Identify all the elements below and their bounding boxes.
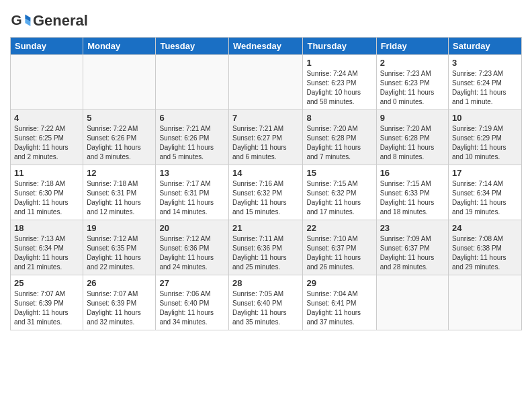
calendar-cell: 12Sunrise: 7:18 AMSunset: 6:31 PMDayligh… <box>83 165 156 220</box>
day-number: 5 <box>87 113 152 123</box>
day-number: 3 <box>452 58 518 68</box>
calendar-cell: 27Sunrise: 7:06 AMSunset: 6:40 PMDayligh… <box>156 275 229 330</box>
calendar: SundayMondayTuesdayWednesdayThursdayFrid… <box>10 37 522 330</box>
day-info: Sunrise: 7:15 AMSunset: 6:33 PMDaylight:… <box>380 179 445 217</box>
day-number: 26 <box>87 278 152 288</box>
day-info: Sunrise: 7:21 AMSunset: 6:27 PMDaylight:… <box>232 124 299 162</box>
day-info: Sunrise: 7:23 AMSunset: 6:23 PMDaylight:… <box>380 69 445 107</box>
day-info: Sunrise: 7:10 AMSunset: 6:37 PMDaylight:… <box>306 234 372 272</box>
day-info: Sunrise: 7:23 AMSunset: 6:24 PMDaylight:… <box>452 69 518 107</box>
calendar-cell <box>229 55 303 110</box>
day-header-thursday: Thursday <box>303 38 376 55</box>
day-number: 6 <box>159 113 225 123</box>
day-header-wednesday: Wednesday <box>229 38 303 55</box>
day-number: 8 <box>306 113 372 123</box>
day-number: 13 <box>159 168 225 178</box>
calendar-cell: 20Sunrise: 7:12 AMSunset: 6:36 PMDayligh… <box>156 220 229 275</box>
day-number: 15 <box>306 168 372 178</box>
day-number: 27 <box>159 278 225 288</box>
day-info: Sunrise: 7:13 AMSunset: 6:34 PMDaylight:… <box>14 234 79 272</box>
calendar-week-2: 11Sunrise: 7:18 AMSunset: 6:30 PMDayligh… <box>11 165 522 220</box>
day-header-friday: Friday <box>376 38 448 55</box>
calendar-cell: 16Sunrise: 7:15 AMSunset: 6:33 PMDayligh… <box>376 165 448 220</box>
day-info: Sunrise: 7:22 AMSunset: 6:26 PMDaylight:… <box>87 124 152 162</box>
page: G General SundayMondayTuesdayWednesdayTh… <box>0 0 532 411</box>
day-info: Sunrise: 7:05 AMSunset: 6:40 PMDaylight:… <box>232 289 299 327</box>
day-number: 12 <box>87 168 152 178</box>
day-info: Sunrise: 7:09 AMSunset: 6:37 PMDaylight:… <box>380 234 445 272</box>
svg-text:G: G <box>11 12 22 28</box>
day-info: Sunrise: 7:18 AMSunset: 6:31 PMDaylight:… <box>87 179 152 217</box>
day-info: Sunrise: 7:12 AMSunset: 6:36 PMDaylight:… <box>159 234 225 272</box>
calendar-cell: 17Sunrise: 7:14 AMSunset: 6:34 PMDayligh… <box>449 165 522 220</box>
day-info: Sunrise: 7:06 AMSunset: 6:40 PMDaylight:… <box>159 289 225 327</box>
day-number: 14 <box>232 168 299 178</box>
calendar-cell: 10Sunrise: 7:19 AMSunset: 6:29 PMDayligh… <box>449 110 522 165</box>
day-header-saturday: Saturday <box>449 38 522 55</box>
calendar-cell: 19Sunrise: 7:12 AMSunset: 6:35 PMDayligh… <box>83 220 156 275</box>
calendar-cell: 7Sunrise: 7:21 AMSunset: 6:27 PMDaylight… <box>229 110 303 165</box>
calendar-cell: 6Sunrise: 7:21 AMSunset: 6:26 PMDaylight… <box>156 110 229 165</box>
day-header-tuesday: Tuesday <box>156 38 229 55</box>
calendar-cell: 29Sunrise: 7:04 AMSunset: 6:41 PMDayligh… <box>303 275 376 330</box>
calendar-week-1: 4Sunrise: 7:22 AMSunset: 6:25 PMDaylight… <box>11 110 522 165</box>
day-number: 18 <box>14 223 79 233</box>
day-info: Sunrise: 7:21 AMSunset: 6:26 PMDaylight:… <box>159 124 225 162</box>
header: G General <box>10 7 522 32</box>
calendar-cell: 28Sunrise: 7:05 AMSunset: 6:40 PMDayligh… <box>229 275 303 330</box>
logo: G General <box>10 10 88 32</box>
day-info: Sunrise: 7:07 AMSunset: 6:39 PMDaylight:… <box>87 289 152 327</box>
logo-text: General <box>33 13 88 29</box>
calendar-cell: 26Sunrise: 7:07 AMSunset: 6:39 PMDayligh… <box>83 275 156 330</box>
calendar-cell: 15Sunrise: 7:15 AMSunset: 6:32 PMDayligh… <box>303 165 376 220</box>
day-info: Sunrise: 7:18 AMSunset: 6:30 PMDaylight:… <box>14 179 79 217</box>
day-number: 16 <box>380 168 445 178</box>
calendar-cell <box>83 55 156 110</box>
day-info: Sunrise: 7:17 AMSunset: 6:31 PMDaylight:… <box>159 179 225 217</box>
day-number: 11 <box>14 168 79 178</box>
calendar-cell: 24Sunrise: 7:08 AMSunset: 6:38 PMDayligh… <box>449 220 522 275</box>
day-number: 2 <box>380 58 445 68</box>
day-number: 29 <box>306 278 372 288</box>
day-number: 4 <box>14 113 79 123</box>
logo-icon: G <box>10 10 32 32</box>
calendar-cell: 21Sunrise: 7:11 AMSunset: 6:36 PMDayligh… <box>229 220 303 275</box>
day-number: 19 <box>87 223 152 233</box>
day-info: Sunrise: 7:04 AMSunset: 6:41 PMDaylight:… <box>306 289 372 327</box>
calendar-header-row: SundayMondayTuesdayWednesdayThursdayFrid… <box>11 38 522 55</box>
calendar-cell <box>11 55 83 110</box>
calendar-cell: 4Sunrise: 7:22 AMSunset: 6:25 PMDaylight… <box>11 110 83 165</box>
day-number: 17 <box>452 168 518 178</box>
day-number: 7 <box>232 113 299 123</box>
calendar-week-0: 1Sunrise: 7:24 AMSunset: 6:23 PMDaylight… <box>11 55 522 110</box>
day-number: 22 <box>306 223 372 233</box>
day-info: Sunrise: 7:19 AMSunset: 6:29 PMDaylight:… <box>452 124 518 162</box>
calendar-cell: 23Sunrise: 7:09 AMSunset: 6:37 PMDayligh… <box>376 220 448 275</box>
day-info: Sunrise: 7:22 AMSunset: 6:25 PMDaylight:… <box>14 124 79 162</box>
day-info: Sunrise: 7:07 AMSunset: 6:39 PMDaylight:… <box>14 289 79 327</box>
calendar-week-4: 25Sunrise: 7:07 AMSunset: 6:39 PMDayligh… <box>11 275 522 330</box>
day-info: Sunrise: 7:24 AMSunset: 6:23 PMDaylight:… <box>306 69 372 107</box>
day-number: 20 <box>159 223 225 233</box>
day-number: 25 <box>14 278 79 288</box>
day-number: 21 <box>232 223 299 233</box>
calendar-week-3: 18Sunrise: 7:13 AMSunset: 6:34 PMDayligh… <box>11 220 522 275</box>
day-number: 9 <box>380 113 445 123</box>
day-info: Sunrise: 7:20 AMSunset: 6:28 PMDaylight:… <box>306 124 372 162</box>
calendar-cell: 5Sunrise: 7:22 AMSunset: 6:26 PMDaylight… <box>83 110 156 165</box>
calendar-cell: 2Sunrise: 7:23 AMSunset: 6:23 PMDaylight… <box>376 55 448 110</box>
day-info: Sunrise: 7:15 AMSunset: 6:32 PMDaylight:… <box>306 179 372 217</box>
day-info: Sunrise: 7:14 AMSunset: 6:34 PMDaylight:… <box>452 179 518 217</box>
calendar-cell: 13Sunrise: 7:17 AMSunset: 6:31 PMDayligh… <box>156 165 229 220</box>
calendar-cell: 18Sunrise: 7:13 AMSunset: 6:34 PMDayligh… <box>11 220 83 275</box>
calendar-cell <box>156 55 229 110</box>
calendar-cell <box>449 275 522 330</box>
calendar-cell: 1Sunrise: 7:24 AMSunset: 6:23 PMDaylight… <box>303 55 376 110</box>
day-info: Sunrise: 7:16 AMSunset: 6:32 PMDaylight:… <box>232 179 299 217</box>
day-info: Sunrise: 7:12 AMSunset: 6:35 PMDaylight:… <box>87 234 152 272</box>
day-number: 1 <box>306 58 372 68</box>
day-header-monday: Monday <box>83 38 156 55</box>
day-header-sunday: Sunday <box>11 38 83 55</box>
calendar-cell: 25Sunrise: 7:07 AMSunset: 6:39 PMDayligh… <box>11 275 83 330</box>
calendar-cell: 14Sunrise: 7:16 AMSunset: 6:32 PMDayligh… <box>229 165 303 220</box>
